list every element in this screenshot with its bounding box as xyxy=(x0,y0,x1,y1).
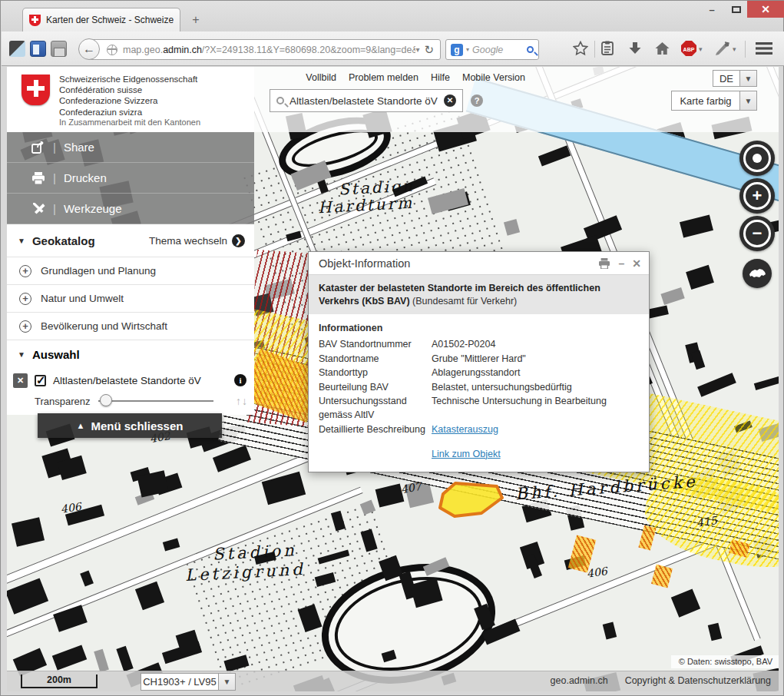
window-maximize-button[interactable] xyxy=(726,1,747,18)
map-footer-bar: 200m CH1903+ / LV95 ▼ geo.admin.ch Copyr… xyxy=(7,671,779,691)
popup-minimize-icon[interactable]: – xyxy=(618,257,624,270)
link-mobile-version[interactable]: Mobile Version xyxy=(462,72,525,83)
plugin-icon[interactable] xyxy=(714,41,731,56)
geocatalog-title[interactable]: Geokatalog xyxy=(32,234,95,247)
map-decoration xyxy=(538,146,571,167)
chevron-down-icon: ▼ xyxy=(739,71,756,86)
zoom-out-button[interactable]: − xyxy=(739,216,775,251)
home-icon[interactable] xyxy=(654,41,670,56)
tools-button[interactable]: | Werkzeuge xyxy=(7,194,254,224)
reload-icon[interactable]: ↻ xyxy=(424,43,434,57)
projection-select[interactable]: CH1903+ / LV95 ▼ xyxy=(141,673,236,691)
map-decoration xyxy=(680,214,713,237)
layer-info-icon[interactable]: i xyxy=(234,374,246,386)
maximize-icon xyxy=(732,6,741,13)
print-label: Drucken xyxy=(64,171,107,184)
language-select[interactable]: DE ▼ xyxy=(713,70,757,87)
print-button[interactable]: | Drucken xyxy=(7,163,254,194)
map-decoration xyxy=(707,622,722,641)
object-information-popup: Objekt-Information – ✕ Kataster der bela… xyxy=(308,251,650,472)
map-search-input[interactable]: Altlasten/belastete Standorte öV ✕ xyxy=(270,89,463,112)
map-decoration xyxy=(603,621,617,639)
catalog-item-bevoelkerung[interactable]: + Bevölkerung und Wirtschaft xyxy=(7,312,254,340)
remove-layer-button[interactable]: ✕ xyxy=(13,373,28,388)
link-vollbild[interactable]: Vollbild xyxy=(306,72,336,83)
collapse-triangle-icon[interactable]: ▼ xyxy=(18,237,25,245)
zoom-in-button[interactable]: + xyxy=(739,178,775,214)
catalog-item-grundlagen[interactable]: + Grundlagen und Planung xyxy=(7,257,254,284)
adblock-dropdown-icon[interactable]: ▾ xyxy=(699,45,703,53)
geoadmin-link[interactable]: geo.admin.ch xyxy=(551,675,608,686)
katasterauszug-link[interactable]: Katasterauszug xyxy=(432,424,498,435)
search-placeholder: Google xyxy=(472,45,524,55)
close-menu-button[interactable]: ▲ Menü schliessen xyxy=(38,413,222,438)
search-help-icon[interactable]: ? xyxy=(471,94,483,107)
triangle-up-icon: ▲ xyxy=(77,421,85,430)
info-row: Beurteilung BAVBelastet, untersuchungsbe… xyxy=(319,380,639,394)
org-text: Schweizerische Eidgenossenschaft Confédé… xyxy=(59,74,197,118)
slider-thumb[interactable] xyxy=(100,394,112,406)
url-bar[interactable]: map.geo.admin.ch/?X=249138.11&Y=680698.2… xyxy=(89,39,441,60)
search-engine-dropdown-icon[interactable]: ▾ xyxy=(466,46,469,53)
share-button[interactable]: | Share xyxy=(7,132,254,163)
map-decoration xyxy=(163,539,180,552)
cooperation-text: In Zusammenarbeit mit den Kantonen xyxy=(59,118,200,127)
plugin-dropdown-icon[interactable]: ▾ xyxy=(733,45,736,53)
popup-close-icon[interactable]: ✕ xyxy=(632,257,641,270)
expand-plus-icon: + xyxy=(19,320,31,333)
adblock-icon[interactable]: ABP xyxy=(680,40,697,57)
archive-addon-icon[interactable] xyxy=(51,41,67,57)
new-tab-button[interactable]: + xyxy=(187,12,205,28)
back-button[interactable]: ← xyxy=(78,38,100,60)
url-text: map.geo.admin.ch/?X=249138.11&Y=680698.2… xyxy=(123,45,415,55)
window-close-button[interactable]: ✕ xyxy=(747,1,784,18)
google-icon[interactable]: g xyxy=(451,44,463,56)
link-problem-melden[interactable]: Problem melden xyxy=(349,72,418,83)
selected-feature-polygon[interactable] xyxy=(431,477,511,519)
layer-row: ✕ Altlasten/belastete Standorte öV i xyxy=(7,369,254,392)
swiss-confederation-logo xyxy=(22,75,52,108)
bookmarks-menu-icon[interactable] xyxy=(600,41,614,56)
popup-title: Objekt-Information xyxy=(319,257,590,270)
info-row: StandortnameGrube "Mittlerer Hard" xyxy=(319,352,639,366)
transparency-slider[interactable] xyxy=(98,400,213,402)
toolbar-divider xyxy=(745,41,746,58)
toolbar-divider xyxy=(594,41,595,58)
map-style-select[interactable]: Karte farbig ▼ xyxy=(671,91,757,111)
tools-icon xyxy=(31,203,45,215)
screenshot-addon-icon[interactable] xyxy=(9,41,25,57)
layer-label: Altlasten/belastete Standorte öV xyxy=(53,375,201,386)
switzerland-extent-button[interactable] xyxy=(743,259,772,288)
switzerland-outline-icon xyxy=(748,267,766,280)
switch-topic-button[interactable]: Thema wechseln ❯ xyxy=(149,234,245,247)
popup-print-icon[interactable] xyxy=(598,258,610,269)
popup-header[interactable]: Objekt-Information – ✕ xyxy=(309,252,649,275)
addon-icon[interactable] xyxy=(30,41,46,57)
link-hilfe[interactable]: Hilfe xyxy=(431,72,450,83)
share-icon xyxy=(31,141,45,154)
map-decoration xyxy=(137,470,169,497)
bookmark-star-icon[interactable] xyxy=(573,41,588,56)
info-row: BAV StandortnummerA01502-P0204 xyxy=(319,337,639,351)
window-minimize-button[interactable]: – xyxy=(701,1,723,18)
link-zum-objekt[interactable]: Link zum Objekt xyxy=(432,449,501,459)
search-go-icon[interactable] xyxy=(527,46,534,53)
catalog-item-natur[interactable]: + Natur und Umwelt xyxy=(7,284,254,312)
collapse-triangle-icon[interactable]: ▼ xyxy=(18,350,25,359)
browser-navbar: ← map.geo.admin.ch/?X=249138.11&Y=680698… xyxy=(2,31,784,66)
info-row: Untersuchungsstand gemäss AltlVTechnisch… xyxy=(319,394,639,422)
browser-tab[interactable]: Karten der Schweiz - Schweize... xyxy=(22,8,180,31)
layer-reorder-icons[interactable]: ↑↓ xyxy=(236,395,248,407)
popup-subtitle: Kataster der belasteten Standorte im Ber… xyxy=(309,275,649,314)
clear-search-icon[interactable]: ✕ xyxy=(444,94,456,107)
menu-hamburger-icon[interactable] xyxy=(756,41,772,55)
downloads-icon[interactable] xyxy=(627,41,643,56)
url-dropdown-icon[interactable]: ▾ xyxy=(415,45,419,54)
globe-icon xyxy=(107,45,117,55)
copyright-link[interactable]: Copyright & Datenschutzerklärung xyxy=(625,675,771,686)
selection-title[interactable]: Auswahl xyxy=(32,348,80,361)
geolocate-button[interactable] xyxy=(739,141,775,176)
layer-checkbox[interactable] xyxy=(35,375,46,386)
web-search-input[interactable]: g ▾ Google xyxy=(445,39,539,60)
tools-label: Werkzeuge xyxy=(64,202,122,215)
